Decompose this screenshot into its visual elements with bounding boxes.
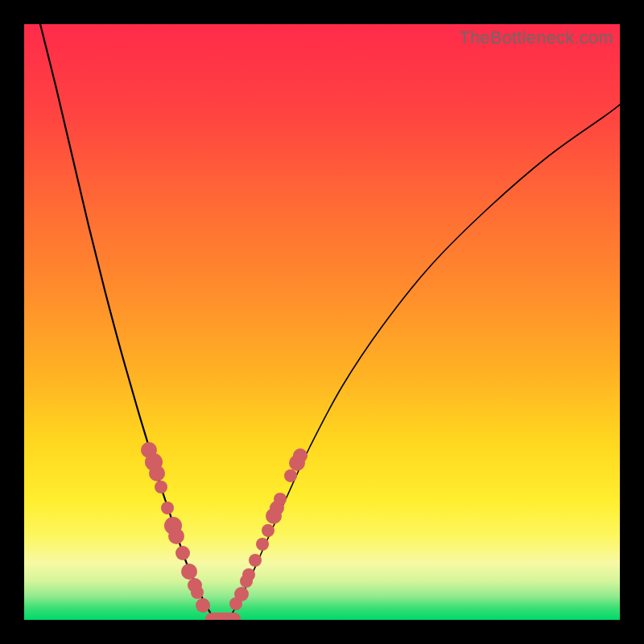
data-dot xyxy=(181,564,197,580)
bottleneck-curve-right xyxy=(229,105,620,618)
data-dot xyxy=(161,502,174,514)
data-dot xyxy=(155,481,167,493)
data-dot xyxy=(242,568,255,581)
chart-frame: TheBottleneck.com xyxy=(0,0,644,644)
plot-area: TheBottleneck.com xyxy=(24,24,620,620)
data-dot xyxy=(293,448,308,463)
data-dot xyxy=(249,554,262,567)
data-pill-bottom xyxy=(205,613,241,620)
data-dot xyxy=(175,546,190,560)
data-dot xyxy=(274,493,287,506)
data-dot xyxy=(284,469,297,482)
data-dot xyxy=(191,586,204,599)
data-dot xyxy=(234,587,249,601)
data-dot xyxy=(262,524,275,537)
data-dot xyxy=(256,538,269,551)
bottleneck-curve-left xyxy=(40,24,213,618)
curve-layer xyxy=(24,24,620,620)
data-dot xyxy=(149,465,165,481)
watermark-text: TheBottleneck.com xyxy=(459,27,613,48)
data-dots-right xyxy=(229,448,308,610)
data-dots-left xyxy=(141,442,210,613)
data-dot xyxy=(168,528,184,544)
data-dot xyxy=(196,598,210,613)
